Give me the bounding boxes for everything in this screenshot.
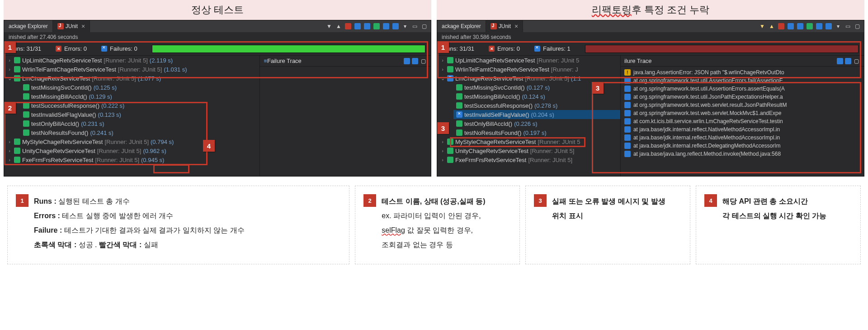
stop-icon[interactable] <box>344 22 352 30</box>
chevron-icon[interactable]: ⌄ <box>440 76 445 81</box>
test-case-node[interactable]: testNoResultsFound() (0.197 s) <box>453 128 620 137</box>
max-icon[interactable]: ▢ <box>420 22 428 30</box>
toggle-icon[interactable] <box>806 22 814 30</box>
test-suite-node[interactable]: ›UnityChageRetvServiceTest [Runner: JUni… <box>437 146 620 155</box>
test-name: WrlinTelFamtChageRetvServiceTest <box>22 66 116 73</box>
tool-c-icon[interactable]: ▾ <box>401 22 409 30</box>
trace-body[interactable]: !java.lang.AssertionError: JSON path "$.… <box>621 67 864 160</box>
progress-bar <box>152 45 425 53</box>
tool-c-icon[interactable]: ▾ <box>834 22 842 30</box>
test-tree[interactable]: ›UpLimitChageRetvServiceTest [Runner: JU… <box>4 56 260 176</box>
test-tree[interactable]: ›UpLimitChageRetvServiceTest [Runner: JU… <box>437 56 621 176</box>
runner-label: [Runner: JUnit 5] <box>118 66 162 73</box>
chevron-icon[interactable]: › <box>7 157 12 163</box>
test-suite-node[interactable]: ⌄LmChageRetvServiceTest [Runner: JUnit 5… <box>4 74 259 83</box>
toggle-icon[interactable] <box>373 22 381 30</box>
tool-b-icon[interactable] <box>825 22 833 30</box>
test-case-node[interactable]: testInvalidSelFlagValue() (0.204 s) <box>453 110 620 119</box>
test-name: testSuccessfulResponse() <box>31 102 99 109</box>
legend-4-l1: 해당 API 관련 총 소요시간 <box>722 194 826 209</box>
stop-icon[interactable] <box>777 22 785 30</box>
chevron-icon[interactable]: ⌄ <box>7 76 12 81</box>
min-icon[interactable]: ▭ <box>844 22 852 30</box>
max-icon[interactable]: ▢ <box>853 22 861 30</box>
test-case-node[interactable]: testMissingBillAccId() (0.129 s) <box>20 92 259 101</box>
chevron-icon[interactable]: › <box>440 67 445 72</box>
trace-stack-line[interactable]: at org.springframework.test.web.servlet.… <box>621 109 864 117</box>
test-case-node[interactable]: testMissingSvcContId() (0.125 s) <box>20 83 259 92</box>
legend-card-4: 4 해당 API 관련 총 소요시간 각 테스트의 실행 시간 확인 가능 <box>696 186 861 264</box>
tab-pkg-explorer[interactable]: ackage Explorer <box>437 20 486 32</box>
test-suite-node[interactable]: ›WrlinTelFamtChageRetvServiceTest [Runne… <box>4 65 259 74</box>
tab-pkg-explorer[interactable]: ackage Explorer <box>4 20 53 32</box>
trace-action-a-icon[interactable] <box>836 57 844 65</box>
trace-action-a-icon[interactable] <box>403 57 411 65</box>
test-suite-node[interactable]: ›UpLimitChageRetvServiceTest [Runner: JU… <box>4 56 259 65</box>
trace-action-c-icon[interactable]: ▢ <box>852 57 860 65</box>
tool-b-icon[interactable] <box>392 22 400 30</box>
legend-badge-3: 3 <box>534 194 547 207</box>
test-suite-node[interactable]: ›UpLimitChageRetvServiceTest [Runner: JU… <box>437 56 620 65</box>
trace-stack-line[interactable]: at java.base/jdk.internal.reflect.Native… <box>621 125 864 134</box>
test-case-node[interactable]: testOnlyBillAccId() (0.231 s) <box>20 119 259 128</box>
tab-junit-label: JUnit <box>499 23 511 29</box>
trace-stack-line[interactable]: at org.springframework.test.util.JsonPat… <box>621 93 864 101</box>
test-suite-node[interactable]: ›WrlinTelFamtChageRetvServiceTest [Runne… <box>437 65 620 74</box>
trace-stack-line[interactable]: at org.springframework.test.util.Asserti… <box>621 85 864 93</box>
test-suite-node[interactable]: ›UnityChageRetvServiceTest [Runner: JUni… <box>4 146 259 155</box>
trace-stack-line[interactable]: at java.base/java.lang.reflect.Method.in… <box>621 150 864 158</box>
rerun2-icon[interactable] <box>796 22 804 30</box>
chevron-icon[interactable]: › <box>7 139 12 144</box>
test-suite-node[interactable]: ›MyStyleChageRetvServiceTest [Runner: JU… <box>4 137 259 146</box>
tab-junit[interactable]: JUnit × <box>486 20 524 32</box>
test-suite-node[interactable]: ›FxeFrmFrsRetvServiceTest [Runner: JUnit… <box>437 155 620 164</box>
pass-icon <box>447 157 453 163</box>
prev-failure-icon[interactable]: ▲ <box>335 22 343 30</box>
trace-action-b-icon[interactable] <box>411 57 419 65</box>
test-case-node[interactable]: testSuccessfulResponse() (0.278 s) <box>453 101 620 110</box>
run-info: Runs: 31/31 ✕ Errors: 0 Failures: 1 <box>437 42 864 56</box>
chevron-icon[interactable]: › <box>440 139 445 144</box>
rerun-icon[interactable] <box>787 22 795 30</box>
trace-stack-line[interactable]: at java.base/jdk.internal.reflect.Native… <box>621 134 864 142</box>
trace-error-line[interactable]: !java.lang.AssertionError: JSON path "$.… <box>621 68 864 77</box>
test-case-node[interactable]: testOnlyBillAccId() (0.226 s) <box>453 119 620 128</box>
tool-a-icon[interactable] <box>815 22 823 30</box>
chevron-icon[interactable]: › <box>7 67 12 72</box>
rerun2-icon[interactable] <box>363 22 371 30</box>
prev-failure-icon[interactable]: ▲ <box>768 22 776 30</box>
next-failure-icon[interactable]: ▼ <box>325 22 333 30</box>
tool-a-icon[interactable] <box>382 22 390 30</box>
chevron-icon[interactable]: › <box>7 57 12 63</box>
chevron-icon[interactable]: › <box>440 148 445 153</box>
close-icon[interactable]: × <box>514 23 518 30</box>
test-name: testMissingBillAccId() <box>464 93 520 100</box>
junit-icon <box>491 23 497 29</box>
trace-stack-line[interactable]: at java.base/jdk.internal.reflect.Delega… <box>621 142 864 150</box>
trace-action-b-icon[interactable] <box>844 57 852 65</box>
status-line: inished after 30.586 seconds <box>437 32 864 42</box>
duration-label: (0.197 s) <box>523 129 546 136</box>
close-icon[interactable]: × <box>81 23 85 30</box>
test-case-node[interactable]: testSuccessfulResponse() (0.222 s) <box>20 101 259 110</box>
test-suite-node[interactable]: ⌄LmChageRetvServiceTest [Runner: JUnit 5… <box>437 74 620 83</box>
trace-action-c-icon[interactable]: ▢ <box>419 57 427 65</box>
tab-junit[interactable]: JUnit × <box>53 20 90 32</box>
min-icon[interactable]: ▭ <box>410 22 419 30</box>
trace-stack-line[interactable]: at org.springframework.test.web.servlet.… <box>621 101 864 109</box>
trace-stack-line[interactable]: at com.kt.icis.bill.service.wrlin.LmChag… <box>621 117 864 125</box>
trace-stack-line[interactable]: at org.springframework.test.util.Asserti… <box>621 77 864 85</box>
trace-title-text: Failure Trace <box>267 57 302 64</box>
test-suite-node[interactable]: ›MyStyleChageRetvServiceTest [Runner: JU… <box>437 137 620 146</box>
chevron-icon[interactable]: › <box>440 157 445 163</box>
test-suite-node[interactable]: ›FxeFrmFrsRetvServiceTest [Runner: JUnit… <box>4 155 259 164</box>
chevron-icon[interactable]: › <box>7 148 12 153</box>
chevron-icon[interactable]: › <box>440 57 445 63</box>
next-failure-icon[interactable]: ▼ <box>758 22 766 30</box>
duration-label: (0.226 s) <box>514 120 537 127</box>
test-case-node[interactable]: testNoResultsFound() (0.241 s) <box>20 128 259 137</box>
progress-fill <box>152 45 425 53</box>
test-case-node[interactable]: testInvalidSelFlagValue() (0.123 s) <box>20 110 259 119</box>
rerun-icon[interactable] <box>354 22 362 30</box>
duration-label: (2.119 s) <box>150 57 173 64</box>
